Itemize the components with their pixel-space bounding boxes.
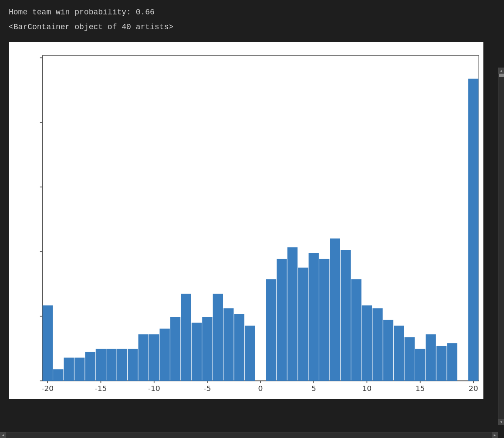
bar--8 xyxy=(170,317,180,381)
bar-9 xyxy=(351,279,361,381)
bar--20 xyxy=(43,306,53,381)
bar--19 xyxy=(53,369,63,381)
bar-container-line: <BarContainer object of 40 artists> xyxy=(9,23,495,31)
scroll-left-arrow[interactable]: ◀ xyxy=(0,432,6,438)
bar--10 xyxy=(149,334,159,381)
x-label--20: -20 xyxy=(41,384,54,393)
bar--17 xyxy=(74,358,85,381)
bar-4 xyxy=(298,268,308,381)
bar--15 xyxy=(96,349,106,381)
histogram-chart: 0.00 0.02 0.04 0.06 0.08 0.10 -20-15-10-… xyxy=(35,51,479,394)
x-label-0: 0 xyxy=(258,384,263,393)
bar-8 xyxy=(341,250,351,381)
chart-container: 0.00 0.02 0.04 0.06 0.08 0.10 -20-15-10-… xyxy=(9,42,484,399)
bar-12 xyxy=(383,320,393,381)
bar--18 xyxy=(64,358,74,381)
bar-18 xyxy=(447,343,457,381)
x-label-5: 5 xyxy=(311,384,316,393)
bar-3 xyxy=(288,247,298,381)
x-label-20: 20 xyxy=(469,384,478,393)
bar-20 xyxy=(468,79,478,381)
bar--1 xyxy=(245,326,255,381)
bar-13 xyxy=(394,326,404,381)
probability-line: Home team win probability: 0.66 xyxy=(9,8,495,17)
bar-11 xyxy=(372,308,382,381)
bar-17 xyxy=(436,346,446,381)
horizontal-scrollbar[interactable]: ◀ ▶ xyxy=(0,432,498,438)
bar-14 xyxy=(405,337,415,381)
bar--9 xyxy=(159,329,169,381)
bar--4 xyxy=(213,294,223,381)
bar-2 xyxy=(277,259,287,381)
bar-1 xyxy=(266,279,276,381)
bar-16 xyxy=(426,334,436,381)
bar--7 xyxy=(181,294,191,381)
bar--11 xyxy=(138,334,148,381)
text-output: Home team win probability: 0.66 <BarCont… xyxy=(0,0,504,42)
x-label--15: -15 xyxy=(95,384,107,393)
bar--3 xyxy=(223,308,233,381)
x-label-10: 10 xyxy=(362,384,372,393)
x-label--5: -5 xyxy=(203,384,211,393)
bar--13 xyxy=(117,349,127,381)
scroll-right-arrow[interactable]: ▶ xyxy=(492,432,498,438)
bar--12 xyxy=(128,349,138,381)
bar-5 xyxy=(309,253,319,381)
vertical-scrollbar[interactable]: ▲ ▼ xyxy=(498,68,504,425)
bar--2 xyxy=(234,314,244,381)
x-label--10: -10 xyxy=(148,384,160,393)
bar-7 xyxy=(330,238,340,381)
bar-15 xyxy=(415,349,425,381)
bar--14 xyxy=(106,349,116,381)
bar-10 xyxy=(362,306,372,381)
scroll-down-arrow[interactable]: ▼ xyxy=(498,419,504,425)
bar-6 xyxy=(319,259,329,381)
bar--6 xyxy=(192,323,202,381)
x-label-15: 15 xyxy=(416,384,425,393)
scroll-up-arrow[interactable]: ▲ xyxy=(498,68,504,74)
bar--16 xyxy=(85,352,95,381)
bar--5 xyxy=(202,317,212,381)
